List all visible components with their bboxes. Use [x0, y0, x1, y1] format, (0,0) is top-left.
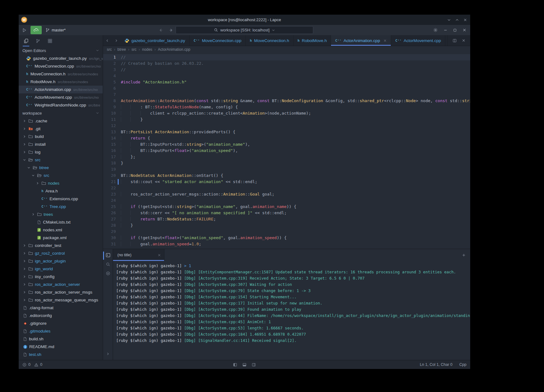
tree-item[interactable]: C⁺⁺Tree.cpp: [19, 203, 103, 210]
tree-item[interactable]: ign_world: [19, 265, 103, 273]
toggle-right-panel-icon[interactable]: [252, 363, 256, 367]
editor-tab[interactable]: C⁺⁺WeightedRandomNode.cpp: [445, 35, 447, 46]
language-mode[interactable]: Cpp: [459, 362, 466, 367]
code-line[interactable]: 26 std::cerr << "[ no animation name spe…: [103, 210, 470, 216]
panel-expand-icon[interactable]: [106, 352, 110, 356]
tab-close-icon[interactable]: [383, 39, 387, 42]
tree-item[interactable]: .clang-format: [19, 304, 103, 312]
tree-item[interactable]: C⁺⁺Extensions.cpp: [19, 195, 103, 203]
code-line[interactable]: 28 }: [103, 222, 470, 229]
tree-item[interactable]: ros_actor_message_queue_msgs: [19, 296, 103, 304]
plugins-tab-icon[interactable]: [48, 35, 52, 46]
remote-connection-button[interactable]: [31, 26, 42, 34]
code-line[interactable]: 10 client = rclcpp_action::create_client…: [103, 110, 470, 116]
close-icon[interactable]: [462, 28, 466, 32]
tree-item[interactable]: install: [19, 140, 103, 148]
git-branch-indicator[interactable]: master*: [45, 28, 66, 32]
tree-item[interactable]: log: [19, 148, 103, 156]
code-line[interactable]: 11 }: [103, 116, 470, 123]
tree-item[interactable]: CMakeLists.txt: [19, 218, 103, 226]
code-line[interactable]: 23 ros_actor_action_server_msgs::action:…: [103, 191, 470, 197]
tree-item[interactable]: iisy_config: [19, 273, 103, 281]
tree-item[interactable]: test.sh: [19, 351, 103, 358]
editor-tab[interactable]: hMoveConnection.h: [246, 35, 293, 46]
code-line[interactable]: 22: [103, 185, 470, 191]
code-line[interactable]: 2// Created by bastian on 26.03.22.: [103, 60, 470, 67]
code-line[interactable]: 5#include "ActorAnimation.h": [103, 79, 470, 85]
terminal-output[interactable]: [ruby $(which ign) gazebo-1] > 1[ruby $(…: [113, 261, 470, 360]
code-line[interactable]: 14 return {: [103, 135, 470, 141]
code-line[interactable]: 20BT::NodeStatus ActorAnimation::onStart…: [103, 172, 470, 179]
new-terminal-icon[interactable]: [462, 249, 466, 261]
terminal-tab[interactable]: (no title): [113, 249, 164, 261]
chevron-down-icon[interactable]: [447, 18, 451, 22]
source-control-tab-icon[interactable]: [36, 35, 40, 46]
tree-item[interactable]: ign_actor_plugin: [19, 257, 103, 265]
open-editor-item[interactable]: C⁺⁺WeightedRandomNode.cppsrc/btre: [19, 101, 103, 109]
maximize-icon[interactable]: [453, 28, 457, 32]
tab-forward-icon[interactable]: [115, 39, 118, 42]
tree-item[interactable]: gz_ros2_control: [19, 249, 103, 257]
open-editor-item[interactable]: C⁺⁺ActorMovement.cppsrc/btree/src/no: [19, 93, 103, 101]
code-line[interactable]: 27 return BT::NodeStatus::FAILURE;: [103, 216, 470, 222]
explorer-tab-icon[interactable]: [24, 35, 28, 46]
code-line[interactable]: 30 if (!getInput<float>("animation_speed…: [103, 235, 470, 241]
editor-tab[interactable]: C⁺⁺ActorMovement.cpp: [391, 35, 445, 46]
code-line[interactable]: 3//: [103, 67, 470, 73]
minimize-icon[interactable]: [443, 28, 447, 32]
code-line[interactable]: 12: [103, 123, 470, 129]
window-close-icon[interactable]: [463, 18, 467, 22]
toggle-left-panel-icon[interactable]: [233, 363, 237, 367]
tree-item[interactable]: hArea.h: [19, 187, 103, 195]
workspace-header[interactable]: workspace: [19, 109, 103, 117]
code-line[interactable]: 29: [103, 229, 470, 235]
tree-item[interactable]: .cache: [19, 117, 103, 125]
editor-tab[interactable]: C⁺⁺MoveConnection.cpp: [190, 35, 246, 46]
tree-item[interactable]: README.md: [19, 343, 103, 351]
open-editor-item[interactable]: hMoveConnection.hsrc/btree/src/nodes: [19, 70, 103, 78]
open-editor-item[interactable]: C⁺⁺ActorAnimation.cppsrc/btree/src/no: [19, 86, 103, 93]
open-editor-item[interactable]: hRobotMove.hsrc/btree/src/nodes: [19, 78, 103, 86]
tree-item[interactable]: src: [19, 156, 103, 164]
search-panel-icon[interactable]: [106, 262, 110, 267]
code-line[interactable]: 13BT::PortsList ActorAnimation::provided…: [103, 129, 470, 135]
code-line[interactable]: 19: [103, 166, 470, 172]
code-line[interactable]: 4: [103, 73, 470, 79]
code-line[interactable]: 21 std::cout << "started actor animation…: [103, 179, 470, 185]
tree-item[interactable]: build: [19, 133, 103, 140]
breadcrumb-segment[interactable]: ActorAnimation.cpp: [158, 47, 190, 52]
terminal-tab-close-icon[interactable]: [158, 253, 161, 257]
code-line[interactable]: 1//: [103, 54, 470, 60]
problems-panel-icon[interactable]: [106, 271, 110, 276]
close-all-icon[interactable]: [462, 39, 466, 42]
terminal-icon[interactable]: [106, 253, 111, 257]
split-editor-icon[interactable]: [452, 39, 457, 43]
editor-tab[interactable]: C⁺⁺ActorAnimation.cpp: [331, 35, 391, 46]
tree-item[interactable]: controller_test: [19, 242, 103, 249]
forward-icon[interactable]: [169, 28, 174, 32]
tree-item[interactable]: .git: [19, 125, 103, 133]
tree-item[interactable]: nodes.xml: [19, 226, 103, 234]
tree-item[interactable]: .gitmodules: [19, 327, 103, 335]
tree-item[interactable]: nodes: [19, 179, 103, 187]
tree-item[interactable]: .gitignore: [19, 319, 103, 327]
code-line[interactable]: 8ActorAnimation::ActorAnimation(const st…: [103, 98, 470, 104]
code-editor[interactable]: 1//2// Created by bastian on 26.03.22.3/…: [103, 53, 470, 249]
tree-item[interactable]: ros_actor_action_server: [19, 281, 103, 288]
workspace-search-input[interactable]: workspace [SSH: localhost]: [176, 26, 313, 34]
code-line[interactable]: 17 };: [103, 154, 470, 160]
open-editor-item[interactable]: gazebo_controller_launch.pysrc/ign_w: [19, 54, 103, 62]
tree-item[interactable]: src: [19, 172, 103, 179]
breadcrumb-segment[interactable]: nodes: [142, 47, 152, 52]
code-line[interactable]: 15 BT::InputPort<std::string>("animation…: [103, 141, 470, 148]
code-line[interactable]: 31 goal.animation_speed=1.0;: [103, 241, 470, 247]
code-line[interactable]: 16 BT::InputPort<float>("animation_speed…: [103, 148, 470, 154]
tree-item[interactable]: ros_actor_action_server_msgs: [19, 288, 103, 296]
tab-back-icon[interactable]: [106, 39, 109, 42]
editor-tab[interactable]: gazebo_controller_launch.py: [121, 35, 190, 46]
editor-tab[interactable]: hRobotMove.h: [294, 35, 331, 46]
breadcrumb-segment[interactable]: src: [131, 47, 136, 52]
tree-item[interactable]: .editorconfig: [19, 312, 103, 319]
code-line[interactable]: 24: [103, 197, 470, 204]
chevron-up-icon[interactable]: [455, 18, 459, 22]
